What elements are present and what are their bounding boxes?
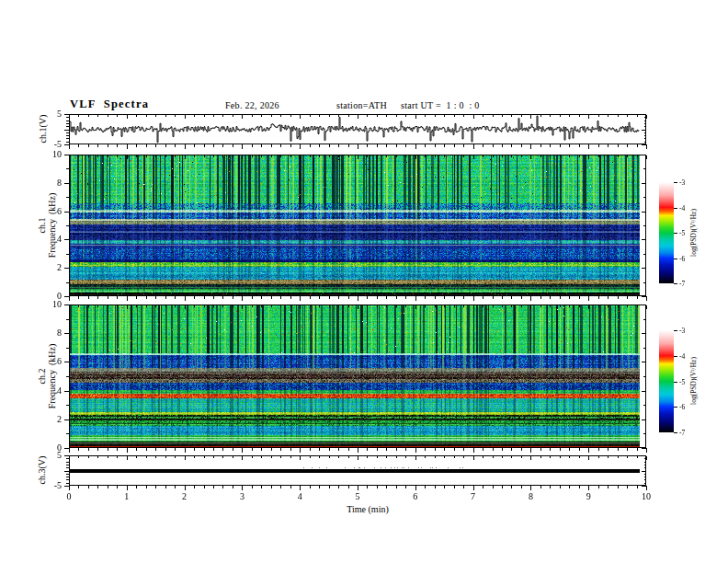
colorbar-2-label: log(PSD)(V²/Hz) [690, 357, 698, 405]
spec1-tick-label: 4 [37, 234, 62, 245]
date-label: Feb. 22, 2026 [225, 100, 279, 110]
ch1-spectrogram-panel [69, 155, 646, 296]
ch1-waveform-canvas [70, 115, 640, 144]
spec2-axis-label-line2: Frequency (kHz) [47, 344, 57, 409]
x-tick-label: 2 [174, 491, 196, 502]
spec2-tick-label: 2 [37, 414, 62, 425]
colorbar-2 [659, 330, 674, 432]
colorbar-tick-label: -7 [679, 429, 685, 437]
x-tick-label: 6 [404, 491, 427, 502]
spec1-tick-label: 8 [37, 178, 62, 189]
x-tick-label: 4 [289, 491, 311, 502]
spec2-tick-label: 8 [37, 327, 62, 339]
x-tick-label: 5 [347, 491, 369, 502]
colorbar-tick-label: -4 [679, 352, 685, 361]
spec2-tick-label: 10 [37, 299, 62, 310]
colorbar-tick-label: -3 [679, 178, 685, 187]
colorbar-1-label: log(PSD)(V²/Hz) [690, 209, 698, 257]
x-tick-label: 9 [577, 491, 599, 502]
colorbar-1 [659, 182, 674, 283]
x-tick-label: 10 [635, 491, 657, 502]
x-tick-label: 3 [231, 491, 253, 502]
ch1-spectrogram-canvas [70, 155, 640, 295]
ch3-waveform-canvas [70, 456, 640, 485]
ch2-spectrogram-panel [69, 304, 646, 448]
time-axis-label: Time (min) [326, 504, 409, 515]
ch1-waveform-panel [69, 114, 646, 144]
ch2-spectrogram-canvas [70, 305, 640, 447]
x-tick-label: 7 [462, 491, 484, 502]
spec2-tick-label: 0 [37, 442, 62, 454]
spec1-axis-label-line1: ch.1 [37, 193, 47, 259]
ch3v-tick-label: -5 [37, 480, 62, 491]
x-tick-label: 8 [519, 491, 541, 502]
colorbar-tick-label: -3 [679, 327, 685, 335]
x-tick-label: 1 [116, 491, 138, 502]
spec1-tick-label: 6 [37, 206, 62, 217]
colorbar-tick-label: -5 [679, 378, 685, 386]
ch1v-tick-label: 5 [37, 109, 62, 120]
spec2-axis-label-line1: ch.2 [37, 344, 47, 409]
spec1-axis-label: ch.1Frequency (kHz) [37, 193, 57, 259]
station-label: station=ATH [336, 100, 387, 110]
colorbar-tick-label: -6 [679, 403, 685, 411]
spec1-axis-label-line2: Frequency (kHz) [47, 193, 57, 259]
colorbar-tick-label: -7 [679, 280, 685, 288]
colorbar-tick-label: -4 [679, 204, 685, 213]
spec1-tick-label: 10 [37, 149, 62, 160]
spec2-tick-label: 6 [37, 356, 62, 367]
spec2-axis-label: ch.2Frequency (kHz) [37, 344, 57, 409]
x-tick-label: 0 [58, 491, 80, 502]
vlf-spectra-figure: VLF Spectra Feb. 22, 2026 station=ATH st… [0, 0, 728, 563]
colorbar-tick-label: -6 [679, 255, 685, 263]
ch3-waveform-panel [69, 455, 646, 486]
figure-title: VLF Spectra [70, 98, 149, 111]
start-ut-label: start UT = 1 : 0 : 0 [401, 100, 480, 110]
colorbar-tick-label: -5 [679, 229, 685, 237]
spec2-tick-label: 4 [37, 385, 62, 396]
spec1-tick-label: 2 [37, 262, 62, 273]
